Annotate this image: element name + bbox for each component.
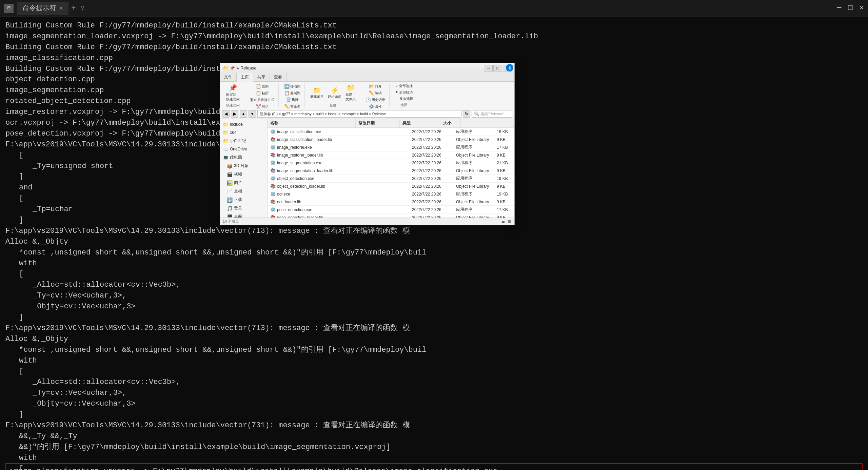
cmd-line: with: [5, 453, 863, 464]
sidebar-item-video[interactable]: 🎬 视频: [220, 170, 267, 179]
cmd-line: _Alloc=std::allocator<cv::Vec3b>,: [5, 280, 863, 290]
table-row[interactable]: 📚 image_restorer_loader.lib 2022/7/22 20…: [268, 151, 514, 159]
file-size-cell: 9 KB: [494, 214, 514, 218]
cmd-titlebar: ⊞ 命令提示符 ✕ ＋ ∨ ─ □ ✕: [0, 0, 868, 17]
ribbon-copy-btn[interactable]: 📋复制: [254, 83, 270, 89]
ribbon-tab-view[interactable]: 查看: [270, 73, 287, 81]
nav-refresh-btn[interactable]: ↻: [463, 110, 470, 118]
info-btn[interactable]: ℹ: [506, 64, 513, 71]
file-icon: 📚: [270, 215, 276, 218]
close-btn[interactable]: ✕: [860, 3, 864, 14]
maximize-btn[interactable]: □: [848, 3, 853, 14]
file-icon: ⚙️: [270, 129, 276, 134]
ribbon-group-select-label: 选择: [400, 103, 407, 107]
address-bar[interactable]: 新加卷 (F:) > gy77 > mmdeploy > build > ins…: [257, 110, 461, 118]
nav-up-btn[interactable]: ▲: [240, 110, 247, 118]
sidebar-item-docs[interactable]: 📄 文档: [220, 187, 267, 196]
ribbon-copy3-btn[interactable]: 📋复制到: [283, 90, 302, 96]
table-row[interactable]: ⚙️ object_detection.exe 2022/7/22 20:26 …: [268, 175, 514, 183]
ribbon-new-item-btn[interactable]: 📁 新建项目: [309, 85, 325, 100]
sidebar-item-label: x64: [230, 130, 236, 135]
ribbon-open-btn[interactable]: 📂打开: [368, 83, 383, 89]
file-type-cell: Object File Library: [453, 136, 494, 143]
sidebar-item-label: OneDrive: [230, 147, 247, 151]
view-list-icon[interactable]: ☰: [501, 219, 506, 224]
ribbon-new-folder-btn[interactable]: 📁 新建文件夹: [344, 83, 357, 102]
ribbon-tab-share[interactable]: 共享: [253, 73, 270, 81]
view-grid-icon[interactable]: ▦: [507, 219, 512, 224]
sidebar-item-xiaobaishiji[interactable]: 📁 小白世纪: [220, 137, 267, 145]
sidebar-item-downloads[interactable]: ⬇️ 下载: [220, 196, 267, 204]
table-row[interactable]: 📚 object_detection_loader.lib 2022/7/22 …: [268, 183, 514, 190]
file-name-cell: ⚙️ pose_detection.exe: [268, 206, 409, 213]
cmd-line: _Alloc=std::allocator<cv::Vec3b>,: [5, 377, 863, 388]
cmd-line: Alloc &,_Objty: [5, 237, 863, 247]
sidebar-item-include[interactable]: 📁 include: [220, 120, 267, 128]
nav-back-btn[interactable]: ◀: [222, 110, 230, 118]
ribbon-tab-file[interactable]: 文件: [220, 73, 237, 81]
col-name[interactable]: 名称: [268, 119, 356, 127]
ribbon-select-none-btn[interactable]: ✗ 全部取消: [394, 89, 414, 96]
sidebar-item-pictures[interactable]: 🖼️ 图片: [220, 179, 267, 187]
col-date[interactable]: 修改日期: [356, 119, 400, 127]
sidebar-item-desktop[interactable]: 🖥️ 桌面: [220, 212, 267, 218]
minimize-btn[interactable]: ─: [837, 3, 841, 14]
exp-maximize-btn[interactable]: □: [493, 65, 502, 71]
col-type[interactable]: 类型: [400, 119, 440, 127]
sidebar-item-onedrive[interactable]: ☁️ OneDrive: [220, 145, 267, 153]
cmd-tab[interactable]: 命令提示符 ✕: [17, 2, 68, 15]
file-size-cell: 9 KB: [494, 167, 514, 174]
exp-main: 📁 include 📁 x64 📁 小白世纪 ☁️ OneDrive 💻 此电脑…: [220, 119, 514, 218]
cmd-tab-chevron[interactable]: ∨: [81, 4, 84, 13]
sidebar-item-x64[interactable]: 📁 x64: [220, 128, 267, 137]
table-row[interactable]: ⚙️ image_restorer.exe 2022/7/22 20:26 应用…: [268, 143, 514, 151]
nav-forward-btn[interactable]: ▶: [231, 110, 238, 118]
computer-icon: 💻: [223, 155, 229, 160]
table-row[interactable]: ⚙️ image_segmentation.exe 2022/7/22 20:2…: [268, 159, 514, 167]
table-row[interactable]: ⚙️ pose_detection.exe 2022/7/22 20:26 应用…: [268, 206, 514, 214]
ribbon-edit-btn[interactable]: ✏️编辑: [368, 90, 383, 96]
file-type-cell: 应用程序: [453, 143, 494, 151]
file-icon: ⚙️: [270, 160, 276, 165]
exp-title-icon: 📁: [223, 65, 229, 71]
cmd-line: _Objty=cv::Vec<uchar,3>: [5, 399, 863, 409]
cmd-tab-add[interactable]: ＋: [70, 3, 77, 14]
table-row[interactable]: 📚 pose_detection_loader.lib 2022/7/22 20…: [268, 214, 514, 218]
sidebar-item-music[interactable]: 🎵 音乐: [220, 204, 267, 212]
ribbon-history-btn[interactable]: 🕐历史记录: [364, 97, 387, 103]
file-name-cell: ⚙️ image_restorer.exe: [268, 144, 409, 151]
ribbon-pin-btn[interactable]: 📌 固定到快速访问: [225, 83, 241, 102]
cmd-tab-close[interactable]: ✕: [59, 4, 63, 13]
file-name: object_detection_loader.lib: [277, 184, 325, 189]
cmd-line: *const ,unsigned short &&,unsigned short…: [5, 345, 863, 355]
file-name-cell: ⚙️ object_detection.exe: [268, 175, 409, 182]
sidebar-item-3d[interactable]: 📦 3D 对象: [220, 162, 267, 170]
table-row[interactable]: 📚 ocr_loader.lib 2022/7/22 20:26 Object …: [268, 198, 514, 206]
ribbon-paste-shortcut-btn[interactable]: ⊞粘贴快捷方式: [248, 97, 276, 103]
search-box[interactable]: 🔍 搜索"Release": [472, 110, 512, 118]
cmd-line: &&)"的引用 [F:\gy77\mmdeploy\build\install\…: [5, 442, 863, 453]
table-row[interactable]: 📚 image_segmentation_loader.lib 2022/7/2…: [268, 167, 514, 175]
exp-minimize-btn[interactable]: ─: [484, 65, 493, 71]
file-date-cell: 2022/7/22 20:26: [409, 136, 453, 143]
ribbon-tabs: 文件 主页 共享 查看: [220, 73, 514, 82]
ribbon-select-all-btn[interactable]: ✓ 全部选择: [394, 83, 414, 89]
nav-recent-btn[interactable]: ▾: [249, 110, 256, 118]
sidebar-item-thispc[interactable]: 💻 此电脑: [220, 153, 267, 162]
ribbon-delete-btn[interactable]: 🗑️删除: [284, 97, 300, 103]
file-name: ocr_loader.lib: [277, 200, 301, 204]
ribbon-tab-home[interactable]: 主页: [237, 73, 253, 82]
ribbon-paste-btn[interactable]: 📋粘贴: [254, 90, 270, 96]
ribbon-easy-access-btn[interactable]: ⚡ 轻松访问: [327, 85, 343, 100]
file-name: image_classification.exe: [277, 129, 321, 134]
col-size[interactable]: 大小: [440, 119, 461, 127]
ribbon-invert-btn[interactable]: ↔ 反向选择: [394, 96, 414, 102]
file-size-cell: 16 KB: [494, 128, 514, 135]
table-row[interactable]: 📚 image_classification_loader.lib 2022/7…: [268, 136, 514, 143]
file-name: ocr.exe: [277, 192, 290, 197]
file-icon: ⚙️: [270, 191, 276, 197]
table-row[interactable]: ⚙️ image_classification.exe 2022/7/22 20…: [268, 128, 514, 136]
file-date-cell: 2022/7/22 20:26: [409, 160, 453, 166]
table-row[interactable]: ⚙️ ocr.exe 2022/7/22 20:26 应用程序 19 KB: [268, 190, 514, 198]
ribbon-move-btn[interactable]: ➡️移动到: [283, 83, 302, 89]
